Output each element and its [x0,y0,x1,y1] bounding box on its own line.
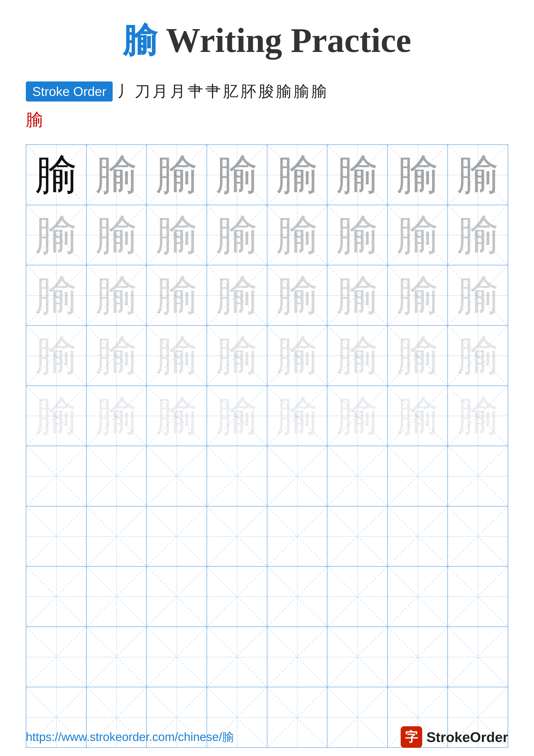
grid-cell[interactable]: 腧 [87,145,147,205]
grid-cell[interactable] [87,446,147,506]
svg-line-92 [388,446,447,506]
grid-cell[interactable]: 腧 [327,265,388,326]
practice-char: 腧 [156,395,198,437]
grid-cell[interactable]: 腧 [147,326,207,386]
grid-cell[interactable] [267,446,328,506]
grid-cell[interactable] [327,446,388,506]
grid-cell[interactable]: 腧 [147,386,207,446]
grid-cell[interactable]: 腧 [327,326,388,386]
grid-cell[interactable]: 腧 [327,386,388,446]
title-text: Writing Practice [157,21,411,60]
grid-cell[interactable]: 腧 [448,205,508,265]
practice-char: 腧 [156,154,198,196]
grid-cell[interactable] [448,506,508,567]
practice-char: 腧 [216,274,258,316]
grid-cell[interactable] [267,627,328,687]
grid-cell[interactable]: 腧 [388,145,448,205]
grid-cell[interactable]: 腧 [26,145,87,205]
practice-char: 腧 [95,154,138,196]
grid-cell[interactable] [87,627,147,687]
grid-cell[interactable] [147,506,207,567]
practice-char: 腧 [336,335,378,376]
svg-line-103 [207,506,267,566]
grid-cell[interactable]: 腧 [26,326,87,386]
grid-cell[interactable]: 腧 [327,205,388,265]
grid-cell[interactable] [327,627,388,687]
grid-cell[interactable] [26,446,87,506]
svg-line-106 [327,506,387,566]
grid-cell[interactable]: 腧 [267,326,328,386]
grid-cell[interactable] [26,567,87,627]
grid-cell[interactable] [448,627,508,687]
grid-cell[interactable]: 腧 [448,326,508,386]
grid-cell[interactable] [147,627,207,687]
grid-cell[interactable]: 腧 [26,265,87,326]
grid-cell[interactable] [327,506,388,567]
grid-cell[interactable]: 腧 [26,205,87,265]
grid-cell[interactable]: 腧 [147,205,207,265]
grid-cell[interactable] [327,567,388,627]
practice-char: 腧 [457,214,499,256]
svg-line-107 [327,506,387,566]
grid-cell[interactable] [26,627,87,687]
grid-row-6 [26,446,508,506]
svg-line-130 [87,627,146,687]
grid-cell[interactable]: 腧 [87,326,147,386]
grid-cell[interactable] [207,506,267,567]
grid-cell[interactable] [87,567,147,627]
grid-cell[interactable] [26,506,87,567]
grid-cell[interactable]: 腧 [388,205,448,265]
grid-cell[interactable]: 腧 [388,326,448,386]
footer-url-link[interactable]: https://www.strokeorder.com/chinese/腧 [26,729,234,745]
grid-cell[interactable]: 腧 [267,205,328,265]
grid-cell[interactable]: 腧 [207,205,267,265]
grid-cell[interactable] [448,446,508,506]
grid-cell[interactable]: 腧 [87,386,147,446]
grid-cell[interactable]: 腧 [87,265,147,326]
strokeorder-logo-icon: 字 [401,726,422,748]
grid-cell[interactable]: 腧 [388,265,448,326]
grid-cell[interactable]: 腧 [147,265,207,326]
grid-cell[interactable] [207,446,267,506]
grid-cell[interactable]: 腧 [87,205,147,265]
grid-cell[interactable] [87,506,147,567]
grid-cell[interactable] [388,446,448,506]
svg-line-83 [87,446,146,506]
grid-cell[interactable]: 腧 [267,386,328,446]
practice-char: 腧 [95,395,138,437]
grid-cell[interactable]: 腧 [207,265,267,326]
grid-cell[interactable]: 腧 [448,265,508,326]
grid-cell[interactable]: 腧 [388,386,448,446]
svg-line-105 [267,506,327,566]
svg-line-112 [26,567,86,627]
grid-cell[interactable]: 腧 [448,145,508,205]
svg-line-87 [207,446,267,506]
stroke-step-7: 肊 [223,81,239,102]
svg-line-131 [87,627,146,687]
grid-cell[interactable] [147,446,207,506]
grid-cell[interactable] [207,567,267,627]
grid-cell[interactable] [267,506,328,567]
grid-cell[interactable] [147,567,207,627]
grid-cell[interactable]: 腧 [207,386,267,446]
footer: https://www.strokeorder.com/chinese/腧 字 … [26,726,508,748]
svg-line-97 [26,506,86,566]
grid-cell[interactable]: 腧 [267,265,328,326]
grid-cell[interactable] [388,627,448,687]
svg-line-81 [26,446,86,506]
grid-cell[interactable]: 腧 [267,145,328,205]
grid-cell[interactable]: 腧 [448,386,508,446]
grid-cell[interactable] [448,567,508,627]
grid-cell[interactable] [267,567,328,627]
grid-cell[interactable] [207,627,267,687]
grid-cell[interactable] [388,506,448,567]
grid-cell[interactable]: 腧 [26,386,87,446]
grid-cell[interactable]: 腧 [147,145,207,205]
grid-cell[interactable] [388,567,448,627]
svg-line-134 [207,627,267,687]
grid-cell[interactable]: 腧 [327,145,388,205]
grid-row-1: 腧 腧 腧 腧 腧 腧 腧 [26,145,508,205]
svg-line-111 [448,506,508,566]
grid-cell[interactable]: 腧 [207,326,267,386]
grid-cell[interactable]: 腧 [207,145,267,205]
